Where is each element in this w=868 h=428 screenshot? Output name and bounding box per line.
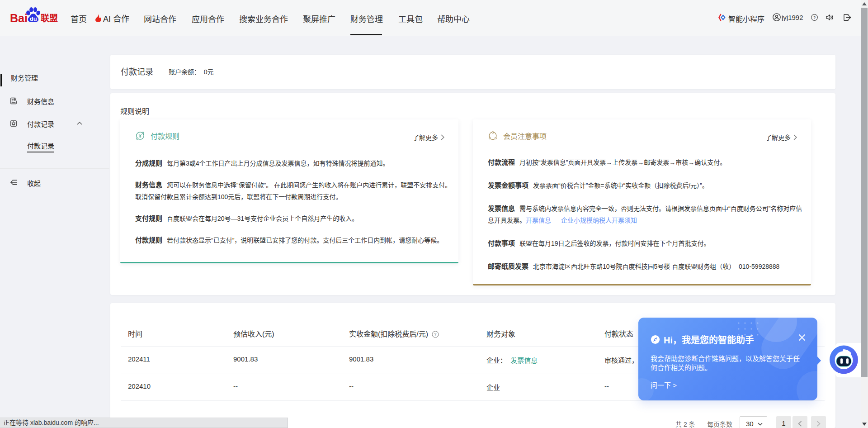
svg-text:?: ? [434, 332, 436, 337]
svg-text:?: ? [813, 15, 816, 20]
